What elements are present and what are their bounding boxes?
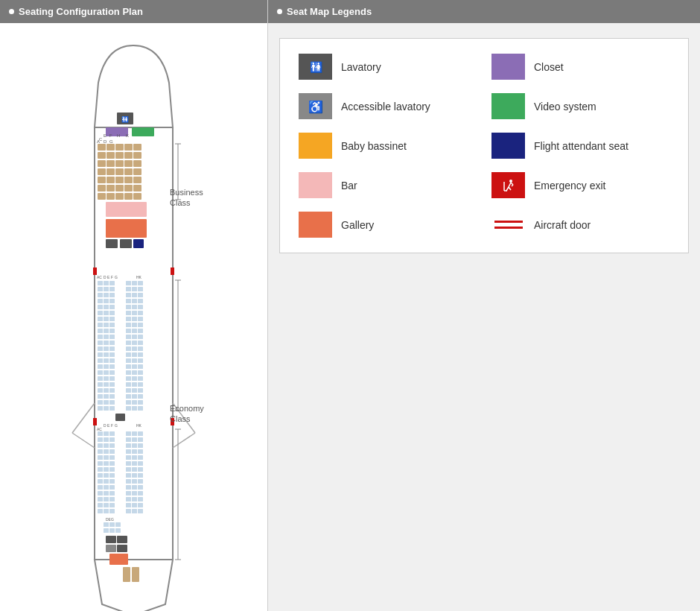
svg-rect-167	[98, 376, 103, 381]
svg-rect-292	[104, 509, 109, 513]
svg-rect-198	[104, 406, 109, 411]
svg-rect-280	[104, 497, 109, 501]
svg-rect-38	[106, 177, 115, 183]
svg-text:E: E	[107, 275, 110, 279]
right-panel-header: Seat Map Legends	[268, 0, 700, 23]
left-panel-title: Seating Configuration Plan	[19, 6, 143, 17]
svg-rect-309	[123, 567, 130, 582]
svg-rect-87	[132, 293, 137, 297]
svg-rect-306	[106, 545, 116, 552]
svg-rect-119	[98, 329, 103, 333]
svg-rect-250	[104, 467, 109, 472]
svg-rect-174	[104, 382, 109, 387]
svg-rect-116	[126, 323, 131, 327]
svg-rect-195	[132, 400, 137, 405]
svg-rect-239	[109, 455, 115, 460]
emergency-exit-label: Emergency exit	[534, 180, 605, 191]
svg-rect-172	[138, 376, 143, 381]
svg-text:F: F	[111, 275, 113, 279]
svg-rect-117	[132, 323, 137, 327]
svg-rect-281	[109, 497, 115, 501]
svg-rect-95	[98, 305, 103, 309]
svg-line-2	[72, 433, 95, 448]
svg-rect-283	[132, 497, 137, 501]
svg-text:G: G	[109, 139, 113, 144]
svg-rect-240	[126, 455, 131, 460]
svg-rect-118	[138, 323, 143, 327]
svg-rect-265	[132, 479, 137, 484]
svg-rect-124	[138, 329, 143, 333]
svg-rect-149	[98, 358, 103, 363]
svg-rect-20	[124, 144, 133, 151]
svg-rect-268	[104, 485, 109, 490]
svg-rect-107	[98, 317, 103, 321]
svg-rect-272	[138, 485, 143, 490]
svg-rect-282	[126, 497, 131, 501]
svg-rect-75	[132, 281, 137, 285]
business-class-label: BusinessClass	[170, 187, 203, 209]
svg-rect-254	[138, 467, 143, 472]
svg-rect-251	[109, 467, 115, 472]
svg-rect-35	[124, 168, 133, 175]
svg-rect-18	[106, 144, 115, 151]
svg-rect-276	[126, 491, 131, 496]
svg-rect-83	[98, 293, 103, 297]
svg-rect-147	[132, 352, 137, 357]
svg-rect-318	[500, 177, 517, 194]
svg-text:♿: ♿	[308, 100, 323, 114]
svg-rect-31	[133, 160, 141, 167]
svg-rect-182	[126, 388, 131, 393]
svg-rect-305	[117, 536, 127, 543]
svg-rect-197	[98, 406, 103, 411]
legend-box: 🚻 Lavatory Closet ♿	[279, 38, 689, 253]
left-panel-header: Seating Configuration Plan	[0, 0, 267, 23]
svg-rect-26	[133, 152, 141, 159]
svg-rect-176	[126, 382, 131, 387]
svg-rect-122	[126, 329, 131, 333]
svg-rect-34	[115, 168, 124, 175]
video-system-swatch	[491, 93, 525, 119]
svg-rect-43	[106, 185, 115, 191]
svg-rect-55	[106, 202, 147, 217]
svg-text:D: D	[104, 275, 106, 279]
svg-rect-99	[132, 305, 137, 309]
svg-rect-106	[138, 311, 143, 315]
svg-rect-162	[104, 370, 109, 375]
svg-rect-127	[109, 335, 115, 339]
closet-label: Closet	[534, 61, 564, 73]
svg-rect-173	[98, 382, 103, 387]
svg-rect-105	[132, 311, 137, 315]
svg-text:🚻: 🚻	[309, 61, 322, 74]
flight-attendant-swatch	[491, 133, 525, 159]
svg-rect-102	[104, 311, 109, 315]
svg-rect-175	[109, 382, 115, 387]
svg-rect-293	[109, 509, 115, 513]
svg-rect-123	[132, 329, 137, 333]
svg-rect-248	[138, 461, 143, 466]
svg-rect-39	[115, 177, 124, 183]
svg-rect-164	[126, 370, 131, 375]
gallery-swatch	[299, 212, 332, 238]
closet-swatch	[491, 54, 525, 80]
svg-rect-111	[132, 317, 137, 321]
svg-rect-300	[115, 522, 121, 527]
svg-rect-202	[138, 406, 143, 411]
svg-rect-158	[126, 364, 131, 369]
svg-rect-186	[104, 394, 109, 399]
svg-rect-91	[109, 299, 115, 303]
svg-rect-257	[109, 473, 115, 478]
svg-rect-157	[109, 364, 115, 369]
legend-grid: 🚻 Lavatory Closet ♿	[299, 54, 669, 238]
svg-rect-298	[104, 522, 109, 527]
svg-rect-112	[138, 317, 143, 321]
svg-rect-192	[104, 400, 109, 405]
svg-rect-262	[104, 479, 109, 484]
bar-label: Bar	[341, 180, 357, 191]
svg-rect-159	[132, 364, 137, 369]
svg-text:HK: HK	[136, 275, 142, 279]
legend-header-dot	[277, 9, 282, 14]
svg-rect-161	[98, 370, 103, 375]
svg-rect-30	[124, 160, 133, 167]
svg-rect-196	[138, 400, 143, 405]
svg-rect-181	[109, 388, 115, 393]
